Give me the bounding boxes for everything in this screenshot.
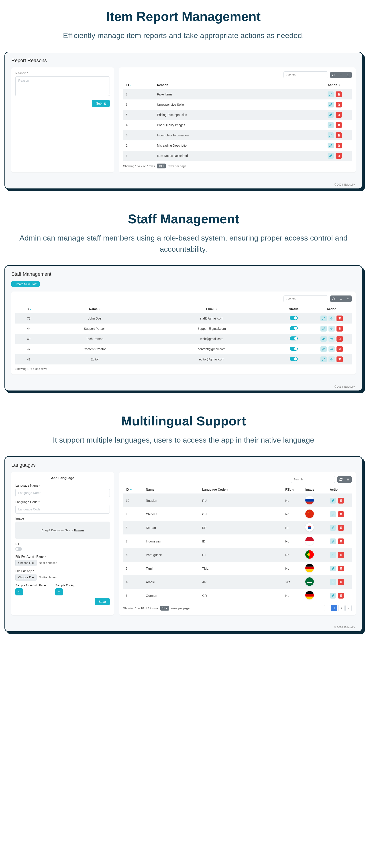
edit-button[interactable]: [330, 552, 336, 558]
submit-button[interactable]: Submit: [92, 100, 110, 107]
delete-button[interactable]: [338, 538, 344, 544]
delete-button[interactable]: [336, 91, 342, 97]
delete-button[interactable]: [336, 132, 342, 138]
edit-button[interactable]: [330, 566, 336, 571]
delete-button[interactable]: [336, 102, 342, 107]
edit-button[interactable]: [320, 326, 327, 332]
edit-button[interactable]: [328, 132, 334, 138]
delete-button[interactable]: [338, 579, 344, 585]
create-staff-button[interactable]: Create New Staff: [11, 281, 40, 287]
refresh-icon[interactable]: [331, 72, 337, 78]
table-row: 42Content Creatorcontent@gmail.com: [16, 344, 351, 354]
edit-button[interactable]: [330, 538, 336, 544]
edit-button[interactable]: [328, 143, 334, 148]
lang-name-input[interactable]: [16, 489, 110, 497]
status-toggle[interactable]: [290, 347, 298, 351]
svg-rect-17: [305, 509, 314, 518]
status-toggle[interactable]: [290, 336, 298, 340]
edit-button[interactable]: [330, 579, 336, 585]
section-staff: Staff Management Admin can manage staff …: [4, 211, 363, 391]
col-email[interactable]: Email⇅: [147, 305, 276, 313]
status-toggle[interactable]: [290, 326, 298, 330]
delete-button[interactable]: [337, 336, 343, 342]
delete-button[interactable]: [338, 552, 344, 558]
view-button[interactable]: [329, 336, 335, 342]
delete-button[interactable]: [338, 511, 344, 517]
status-toggle[interactable]: [290, 357, 298, 361]
page-2[interactable]: 2: [338, 605, 344, 611]
cell-name: Korean: [143, 521, 200, 534]
col-reason[interactable]: Reason: [154, 81, 325, 89]
col-code[interactable]: Language Code⇅: [200, 486, 283, 494]
download-icon[interactable]: [345, 72, 351, 78]
edit-button[interactable]: [330, 525, 336, 531]
view-button[interactable]: [329, 346, 335, 352]
svg-point-10: [331, 359, 332, 360]
delete-button[interactable]: [337, 346, 343, 352]
edit-button[interactable]: [320, 336, 327, 342]
edit-button[interactable]: [328, 122, 334, 128]
delete-button[interactable]: [337, 326, 343, 332]
delete-button[interactable]: [336, 143, 342, 148]
svg-rect-28: [305, 569, 314, 572]
rtl-toggle[interactable]: [16, 547, 22, 551]
refresh-icon[interactable]: [338, 476, 344, 483]
edit-button[interactable]: [328, 112, 334, 118]
col-id[interactable]: ID▼: [16, 305, 42, 313]
per-page-select[interactable]: 10 ▾: [160, 606, 169, 611]
per-page-select[interactable]: 10 ▾: [157, 163, 166, 168]
col-rtl[interactable]: RTL⇅: [283, 486, 303, 494]
col-name[interactable]: Name: [143, 486, 200, 494]
edit-button[interactable]: [320, 356, 327, 362]
download-sample-app[interactable]: [55, 588, 63, 595]
view-button[interactable]: [329, 356, 335, 362]
edit-button[interactable]: [328, 91, 334, 97]
list-icon[interactable]: [338, 72, 344, 78]
save-button[interactable]: Save: [95, 598, 110, 605]
download-icon[interactable]: [345, 296, 351, 302]
search-input[interactable]: [283, 71, 328, 78]
edit-button[interactable]: [328, 102, 334, 107]
delete-button[interactable]: [338, 566, 344, 571]
delete-button[interactable]: [336, 112, 342, 118]
col-id[interactable]: ID▼: [123, 81, 154, 89]
delete-button[interactable]: [337, 315, 343, 321]
refresh-icon[interactable]: [331, 296, 337, 302]
edit-button[interactable]: [330, 593, 336, 598]
delete-button[interactable]: [338, 593, 344, 598]
view-button[interactable]: [329, 315, 335, 321]
choose-file-app[interactable]: Choose File: [16, 574, 36, 581]
page-next[interactable]: ›: [345, 605, 351, 611]
view-button[interactable]: [329, 326, 335, 332]
col-id[interactable]: ID▼: [123, 486, 143, 494]
list-icon[interactable]: [338, 296, 344, 302]
edit-button[interactable]: [330, 498, 336, 503]
reason-input[interactable]: [16, 76, 110, 96]
delete-button[interactable]: [338, 498, 344, 503]
list-icon[interactable]: [345, 476, 351, 483]
cell-id: 44: [16, 323, 42, 334]
page-1[interactable]: 1: [331, 605, 337, 611]
lang-code-input[interactable]: [16, 505, 110, 514]
cell-code: PT: [200, 548, 283, 562]
edit-button[interactable]: [328, 153, 334, 159]
edit-button[interactable]: [320, 346, 327, 352]
edit-button[interactable]: [330, 511, 336, 517]
delete-button[interactable]: [336, 153, 342, 159]
status-toggle[interactable]: [290, 316, 298, 320]
col-name[interactable]: Name⇅: [42, 305, 147, 313]
browse-link[interactable]: Browse: [74, 529, 84, 532]
search-input[interactable]: [283, 296, 328, 302]
delete-button[interactable]: [337, 356, 343, 362]
page-prev[interactable]: ‹: [324, 605, 330, 611]
flag-icon: [305, 591, 314, 599]
panel-footer: © 2014 jEclassify: [11, 383, 356, 388]
download-sample-admin[interactable]: [16, 588, 23, 595]
table-row: 5TamilTMLNo: [123, 562, 351, 575]
delete-button[interactable]: [338, 525, 344, 531]
image-dropzone[interactable]: Drag & Drop your files or Browse: [16, 522, 110, 539]
choose-file-admin[interactable]: Choose File: [16, 560, 36, 566]
delete-button[interactable]: [336, 122, 342, 128]
search-input[interactable]: [291, 476, 335, 483]
edit-button[interactable]: [320, 315, 327, 321]
